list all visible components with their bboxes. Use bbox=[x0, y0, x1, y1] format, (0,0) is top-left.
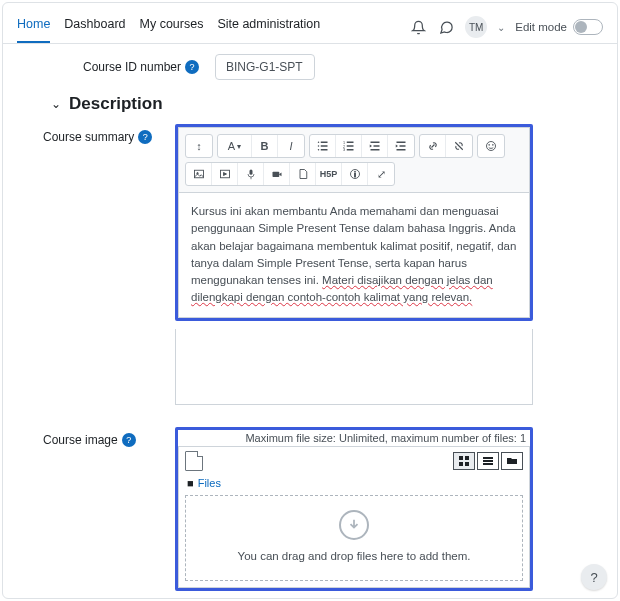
filearea-highlight: Maximum file size: Unlimited, maximum nu… bbox=[175, 427, 533, 591]
accepted-label: Accepted file types: bbox=[175, 599, 533, 600]
filearea-head bbox=[179, 447, 529, 475]
edit-mode-label: Edit mode bbox=[515, 21, 567, 33]
toolbar-image-button[interactable] bbox=[186, 163, 212, 185]
svg-rect-35 bbox=[483, 460, 493, 462]
toolbar-ol-button[interactable]: 123 bbox=[336, 135, 362, 157]
svg-point-20 bbox=[493, 145, 494, 146]
toolbar-ul-button[interactable] bbox=[310, 135, 336, 157]
image-row: Course image ? Maximum file size: Unlimi… bbox=[43, 427, 577, 591]
summary-label: Course summary ? bbox=[43, 124, 175, 144]
avatar[interactable]: TM bbox=[465, 16, 487, 38]
svg-rect-11 bbox=[346, 149, 353, 151]
editor-toolbar: ↕ A▾ B I 123 bbox=[178, 127, 530, 192]
content: Course ID number ? ⌄ Description Course … bbox=[3, 44, 617, 599]
svg-rect-3 bbox=[320, 145, 327, 147]
download-arrow-icon bbox=[339, 510, 369, 540]
image-label: Course image ? bbox=[43, 427, 175, 447]
add-file-icon[interactable] bbox=[185, 451, 203, 471]
view-icons-button[interactable] bbox=[453, 452, 475, 470]
toolbar-unlink-button[interactable] bbox=[446, 135, 472, 157]
image-label-text: Course image bbox=[43, 433, 118, 447]
toolbar-indent-button[interactable] bbox=[388, 135, 414, 157]
svg-rect-12 bbox=[370, 142, 379, 144]
view-details-button[interactable] bbox=[477, 452, 499, 470]
help-icon[interactable]: ? bbox=[185, 60, 199, 74]
chevron-down-icon: ⌄ bbox=[51, 97, 61, 111]
svg-text:3: 3 bbox=[343, 148, 345, 152]
svg-rect-16 bbox=[400, 145, 406, 147]
svg-rect-15 bbox=[397, 142, 406, 144]
folder-icon: ■ bbox=[187, 477, 194, 489]
nav-dashboard[interactable]: Dashboard bbox=[64, 11, 125, 43]
svg-point-0 bbox=[317, 142, 319, 144]
files-link[interactable]: Files bbox=[198, 477, 221, 489]
toolbar-emoji-button[interactable] bbox=[478, 135, 504, 157]
dropzone[interactable]: You can drag and drop files here to add … bbox=[185, 495, 523, 581]
toolbar-outdent-button[interactable] bbox=[362, 135, 388, 157]
course-id-label: Course ID number ? bbox=[83, 54, 215, 74]
files-breadcrumb: ■ Files bbox=[179, 475, 529, 495]
edit-mode-toggle[interactable]: Edit mode bbox=[515, 19, 603, 35]
view-tree-button[interactable] bbox=[501, 452, 523, 470]
dropzone-text: You can drag and drop files here to add … bbox=[186, 550, 522, 562]
help-fab-button[interactable]: ? bbox=[581, 564, 607, 590]
summary-label-text: Course summary bbox=[43, 130, 134, 144]
nav-home[interactable]: Home bbox=[17, 11, 50, 43]
svg-rect-34 bbox=[483, 457, 493, 459]
course-id-input[interactable] bbox=[215, 54, 315, 80]
toolbar-mic-button[interactable] bbox=[238, 163, 264, 185]
editor-bottom-space[interactable] bbox=[175, 329, 533, 405]
svg-rect-7 bbox=[346, 142, 353, 144]
svg-rect-9 bbox=[346, 145, 353, 147]
top-nav: Home Dashboard My courses Site administr… bbox=[3, 3, 617, 44]
svg-rect-21 bbox=[194, 170, 203, 178]
toolbar-camera-button[interactable] bbox=[264, 163, 290, 185]
toolbar-styles-button[interactable]: A▾ bbox=[218, 135, 252, 157]
section-description[interactable]: ⌄ Description bbox=[51, 94, 577, 114]
svg-rect-25 bbox=[250, 177, 251, 179]
toolbar-h5p-button[interactable]: H5P bbox=[316, 163, 342, 185]
page-container: Home Dashboard My courses Site administr… bbox=[2, 2, 618, 599]
toolbar-italic-button[interactable]: I bbox=[278, 135, 304, 157]
editor-extension bbox=[175, 329, 533, 405]
nav-siteadmin[interactable]: Site administration bbox=[217, 11, 320, 43]
editor-highlight: ↕ A▾ B I 123 bbox=[175, 124, 533, 321]
svg-rect-36 bbox=[483, 463, 493, 465]
course-id-label-text: Course ID number bbox=[83, 60, 181, 74]
nav-mycourses[interactable]: My courses bbox=[140, 11, 204, 43]
svg-rect-14 bbox=[370, 149, 379, 151]
toolbar-more-button[interactable]: ⤢ bbox=[368, 163, 394, 185]
filearea-box: ■ Files You can drag and drop files here… bbox=[178, 446, 530, 588]
toolbar-file-button[interactable] bbox=[290, 163, 316, 185]
nav-right: TM ⌄ Edit mode bbox=[409, 16, 603, 38]
description-heading: Description bbox=[69, 94, 163, 114]
toolbar-media-button[interactable] bbox=[212, 163, 238, 185]
nav-left: Home Dashboard My courses Site administr… bbox=[17, 11, 320, 43]
svg-point-18 bbox=[487, 142, 496, 151]
summary-row: Course summary ? ↕ A▾ B I 123 bbox=[43, 124, 577, 321]
svg-rect-26 bbox=[272, 172, 279, 177]
svg-rect-1 bbox=[320, 142, 327, 144]
toolbar-info-button[interactable] bbox=[342, 163, 368, 185]
toolbar-link-button[interactable] bbox=[420, 135, 446, 157]
svg-point-19 bbox=[489, 145, 490, 146]
svg-point-2 bbox=[317, 145, 319, 147]
svg-rect-5 bbox=[320, 149, 327, 151]
svg-rect-31 bbox=[465, 456, 469, 460]
toolbar-expand-button[interactable]: ↕ bbox=[186, 135, 212, 157]
file-max-info: Maximum file size: Unlimited, maximum nu… bbox=[178, 430, 530, 446]
svg-rect-30 bbox=[459, 456, 463, 460]
editor-textarea[interactable]: Kursus ini akan membantu Anda memahami d… bbox=[178, 192, 530, 318]
help-icon[interactable]: ? bbox=[122, 433, 136, 447]
svg-rect-33 bbox=[465, 462, 469, 466]
svg-point-28 bbox=[354, 171, 355, 172]
toolbar-bold-button[interactable]: B bbox=[252, 135, 278, 157]
svg-rect-17 bbox=[397, 149, 406, 151]
chat-icon[interactable] bbox=[437, 18, 455, 36]
view-toggles bbox=[453, 452, 523, 470]
help-icon[interactable]: ? bbox=[138, 130, 152, 144]
course-id-row: Course ID number ? bbox=[83, 54, 577, 80]
switch-icon[interactable] bbox=[573, 19, 603, 35]
bell-icon[interactable] bbox=[409, 18, 427, 36]
user-menu-chevron-icon[interactable]: ⌄ bbox=[497, 22, 505, 33]
